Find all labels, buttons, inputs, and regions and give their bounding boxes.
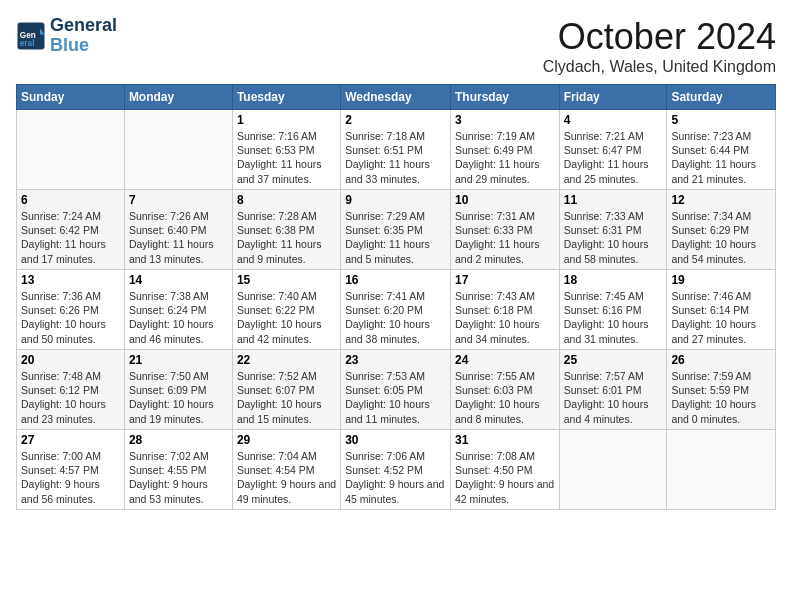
calendar-cell: 14Sunrise: 7:38 AMSunset: 6:24 PMDayligh… [124,270,232,350]
cell-day-number: 14 [129,273,228,287]
location: Clydach, Wales, United Kingdom [543,58,776,76]
cell-info: Sunrise: 7:19 AMSunset: 6:49 PMDaylight:… [455,129,555,186]
cell-info: Sunrise: 7:18 AMSunset: 6:51 PMDaylight:… [345,129,446,186]
calendar-cell: 11Sunrise: 7:33 AMSunset: 6:31 PMDayligh… [559,190,667,270]
calendar-cell: 13Sunrise: 7:36 AMSunset: 6:26 PMDayligh… [17,270,125,350]
calendar-cell: 27Sunrise: 7:00 AMSunset: 4:57 PMDayligh… [17,430,125,510]
cell-info: Sunrise: 7:48 AMSunset: 6:12 PMDaylight:… [21,369,120,426]
cell-day-number: 26 [671,353,771,367]
cell-day-number: 19 [671,273,771,287]
logo-icon: Gen eral [16,21,46,51]
logo: Gen eral General Blue [16,16,117,56]
header-day: Friday [559,85,667,110]
calendar-cell: 8Sunrise: 7:28 AMSunset: 6:38 PMDaylight… [232,190,340,270]
calendar-table: SundayMondayTuesdayWednesdayThursdayFrid… [16,84,776,510]
title-block: October 2024 Clydach, Wales, United King… [543,16,776,76]
cell-info: Sunrise: 7:46 AMSunset: 6:14 PMDaylight:… [671,289,771,346]
calendar-cell: 12Sunrise: 7:34 AMSunset: 6:29 PMDayligh… [667,190,776,270]
cell-day-number: 13 [21,273,120,287]
cell-info: Sunrise: 7:50 AMSunset: 6:09 PMDaylight:… [129,369,228,426]
cell-info: Sunrise: 7:59 AMSunset: 5:59 PMDaylight:… [671,369,771,426]
calendar-cell [17,110,125,190]
cell-day-number: 29 [237,433,336,447]
calendar-cell: 3Sunrise: 7:19 AMSunset: 6:49 PMDaylight… [450,110,559,190]
calendar-week-row: 20Sunrise: 7:48 AMSunset: 6:12 PMDayligh… [17,350,776,430]
cell-day-number: 15 [237,273,336,287]
cell-info: Sunrise: 7:45 AMSunset: 6:16 PMDaylight:… [564,289,663,346]
logo-line2: Blue [50,36,117,56]
calendar-cell: 30Sunrise: 7:06 AMSunset: 4:52 PMDayligh… [341,430,451,510]
cell-day-number: 20 [21,353,120,367]
cell-info: Sunrise: 7:38 AMSunset: 6:24 PMDaylight:… [129,289,228,346]
cell-day-number: 17 [455,273,555,287]
cell-info: Sunrise: 7:55 AMSunset: 6:03 PMDaylight:… [455,369,555,426]
header-day: Sunday [17,85,125,110]
cell-info: Sunrise: 7:53 AMSunset: 6:05 PMDaylight:… [345,369,446,426]
cell-day-number: 6 [21,193,120,207]
calendar-cell: 1Sunrise: 7:16 AMSunset: 6:53 PMDaylight… [232,110,340,190]
cell-day-number: 11 [564,193,663,207]
calendar-week-row: 13Sunrise: 7:36 AMSunset: 6:26 PMDayligh… [17,270,776,350]
cell-info: Sunrise: 7:06 AMSunset: 4:52 PMDaylight:… [345,449,446,506]
calendar-cell: 6Sunrise: 7:24 AMSunset: 6:42 PMDaylight… [17,190,125,270]
calendar-header: SundayMondayTuesdayWednesdayThursdayFrid… [17,85,776,110]
cell-day-number: 4 [564,113,663,127]
calendar-cell: 20Sunrise: 7:48 AMSunset: 6:12 PMDayligh… [17,350,125,430]
cell-day-number: 30 [345,433,446,447]
cell-info: Sunrise: 7:29 AMSunset: 6:35 PMDaylight:… [345,209,446,266]
cell-info: Sunrise: 7:23 AMSunset: 6:44 PMDaylight:… [671,129,771,186]
calendar-cell: 19Sunrise: 7:46 AMSunset: 6:14 PMDayligh… [667,270,776,350]
header-day: Tuesday [232,85,340,110]
cell-info: Sunrise: 7:08 AMSunset: 4:50 PMDaylight:… [455,449,555,506]
cell-info: Sunrise: 7:02 AMSunset: 4:55 PMDaylight:… [129,449,228,506]
cell-info: Sunrise: 7:41 AMSunset: 6:20 PMDaylight:… [345,289,446,346]
cell-day-number: 9 [345,193,446,207]
page-header: Gen eral General Blue October 2024 Clyda… [16,16,776,76]
calendar-cell [124,110,232,190]
cell-info: Sunrise: 7:24 AMSunset: 6:42 PMDaylight:… [21,209,120,266]
calendar-week-row: 6Sunrise: 7:24 AMSunset: 6:42 PMDaylight… [17,190,776,270]
header-day: Thursday [450,85,559,110]
cell-day-number: 23 [345,353,446,367]
calendar-cell: 10Sunrise: 7:31 AMSunset: 6:33 PMDayligh… [450,190,559,270]
calendar-cell: 21Sunrise: 7:50 AMSunset: 6:09 PMDayligh… [124,350,232,430]
calendar-cell: 2Sunrise: 7:18 AMSunset: 6:51 PMDaylight… [341,110,451,190]
logo-line1: General [50,16,117,36]
cell-info: Sunrise: 7:36 AMSunset: 6:26 PMDaylight:… [21,289,120,346]
calendar-cell: 26Sunrise: 7:59 AMSunset: 5:59 PMDayligh… [667,350,776,430]
cell-info: Sunrise: 7:16 AMSunset: 6:53 PMDaylight:… [237,129,336,186]
cell-day-number: 31 [455,433,555,447]
cell-day-number: 28 [129,433,228,447]
cell-info: Sunrise: 7:43 AMSunset: 6:18 PMDaylight:… [455,289,555,346]
header-day: Wednesday [341,85,451,110]
cell-day-number: 12 [671,193,771,207]
cell-day-number: 3 [455,113,555,127]
cell-info: Sunrise: 7:28 AMSunset: 6:38 PMDaylight:… [237,209,336,266]
calendar-cell: 4Sunrise: 7:21 AMSunset: 6:47 PMDaylight… [559,110,667,190]
cell-day-number: 21 [129,353,228,367]
calendar-cell: 15Sunrise: 7:40 AMSunset: 6:22 PMDayligh… [232,270,340,350]
calendar-cell: 23Sunrise: 7:53 AMSunset: 6:05 PMDayligh… [341,350,451,430]
cell-day-number: 18 [564,273,663,287]
cell-info: Sunrise: 7:04 AMSunset: 4:54 PMDaylight:… [237,449,336,506]
cell-day-number: 27 [21,433,120,447]
cell-day-number: 2 [345,113,446,127]
calendar-cell: 16Sunrise: 7:41 AMSunset: 6:20 PMDayligh… [341,270,451,350]
cell-info: Sunrise: 7:21 AMSunset: 6:47 PMDaylight:… [564,129,663,186]
cell-info: Sunrise: 7:33 AMSunset: 6:31 PMDaylight:… [564,209,663,266]
calendar-cell: 17Sunrise: 7:43 AMSunset: 6:18 PMDayligh… [450,270,559,350]
cell-info: Sunrise: 7:52 AMSunset: 6:07 PMDaylight:… [237,369,336,426]
calendar-cell: 18Sunrise: 7:45 AMSunset: 6:16 PMDayligh… [559,270,667,350]
cell-day-number: 10 [455,193,555,207]
calendar-cell: 24Sunrise: 7:55 AMSunset: 6:03 PMDayligh… [450,350,559,430]
cell-info: Sunrise: 7:57 AMSunset: 6:01 PMDaylight:… [564,369,663,426]
cell-day-number: 5 [671,113,771,127]
calendar-week-row: 1Sunrise: 7:16 AMSunset: 6:53 PMDaylight… [17,110,776,190]
calendar-cell: 31Sunrise: 7:08 AMSunset: 4:50 PMDayligh… [450,430,559,510]
cell-info: Sunrise: 7:00 AMSunset: 4:57 PMDaylight:… [21,449,120,506]
cell-day-number: 24 [455,353,555,367]
cell-day-number: 16 [345,273,446,287]
calendar-cell: 28Sunrise: 7:02 AMSunset: 4:55 PMDayligh… [124,430,232,510]
cell-day-number: 22 [237,353,336,367]
header-day: Monday [124,85,232,110]
